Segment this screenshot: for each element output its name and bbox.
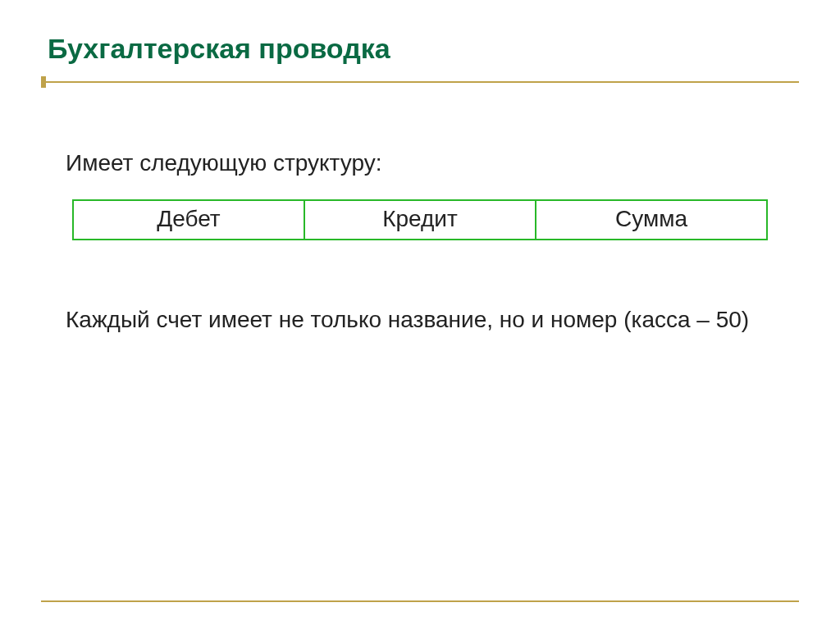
table-row: Дебет Кредит Сумма — [73, 200, 767, 240]
bottom-divider — [41, 600, 799, 602]
col-sum: Сумма — [536, 200, 767, 240]
slide-title: Бухгалтерская проводка — [41, 33, 799, 65]
title-divider — [41, 76, 799, 88]
note-text: Каждый счет имеет не только название, но… — [66, 304, 774, 336]
slide-content: Имеет следующую структуру: Дебет Кредит … — [41, 93, 799, 336]
divider-line-icon — [46, 81, 799, 83]
slide: Бухгалтерская проводка Имеет следующую с… — [0, 0, 840, 630]
structure-table: Дебет Кредит Сумма — [72, 199, 768, 240]
structure-table-wrap: Дебет Кредит Сумма — [72, 199, 768, 240]
intro-text: Имеет следующую структуру: — [66, 150, 774, 176]
col-credit: Кредит — [304, 200, 536, 240]
title-area: Бухгалтерская проводка — [41, 33, 799, 88]
col-debit: Дебет — [73, 200, 304, 240]
